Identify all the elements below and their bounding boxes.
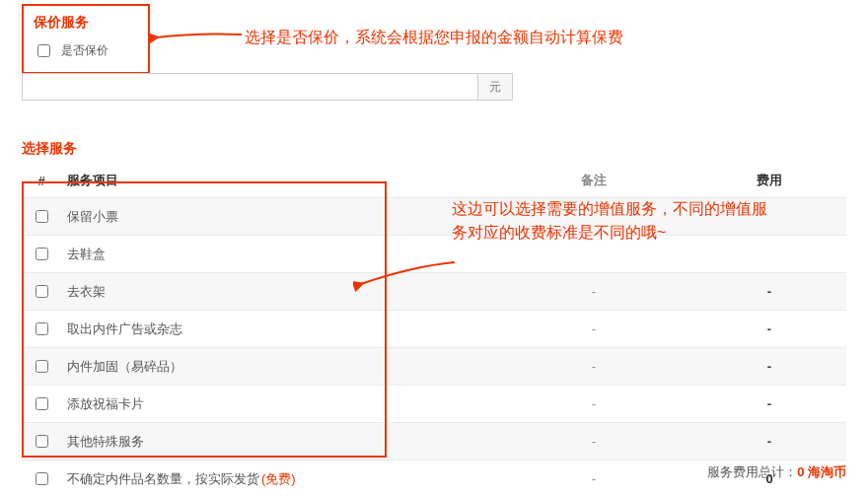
service-checkbox[interactable] (36, 322, 48, 335)
header-fee: 费用 (692, 166, 846, 198)
insure-title: 保价服务 (34, 14, 138, 32)
cell-checkbox (22, 273, 61, 311)
table-header-row: # 服务项目 备注 费用 (22, 166, 846, 198)
cell-checkbox (22, 311, 61, 348)
cell-fee: - (692, 311, 846, 348)
cell-fee: - (692, 348, 846, 386)
cell-name: 不确定内件品名数量，按实际发货(免费) (61, 461, 495, 497)
service-name: 其他特殊服务 (67, 434, 144, 449)
service-checkbox[interactable] (36, 285, 48, 298)
cell-checkbox (22, 461, 61, 497)
cell-checkbox (22, 386, 61, 423)
total-currency: 海淘币 (804, 464, 846, 479)
service-checkbox[interactable] (36, 210, 48, 223)
service-checkbox[interactable] (36, 472, 48, 485)
cell-checkbox (22, 348, 61, 386)
table-row: 其他特殊服务-- (22, 423, 846, 461)
annotation-services: 这边可以选择需要的增值服务，不同的增值服务对应的收费标准是不同的哦~ (452, 197, 767, 245)
header-note: 备注 (495, 166, 692, 198)
cell-fee: - (692, 386, 846, 423)
services-total: 服务费用总计：0 海淘币 (707, 463, 846, 481)
insure-amount-row: 元 (22, 73, 513, 101)
cell-name: 其他特殊服务 (61, 423, 495, 461)
cell-note: - (495, 461, 692, 497)
cell-fee: - (692, 273, 846, 311)
cell-name: 内件加固（易碎品） (61, 348, 495, 386)
services-title: 选择服务 (22, 140, 77, 158)
cell-checkbox (22, 198, 61, 236)
cell-name: 添放祝福卡片 (61, 386, 495, 423)
cell-note: - (495, 348, 692, 386)
cell-note: - (495, 386, 692, 423)
cell-note: - (495, 311, 692, 348)
currency-unit: 元 (477, 73, 513, 101)
free-tag: (免费) (261, 471, 296, 486)
arrow-icon (148, 28, 247, 57)
service-checkbox[interactable] (36, 360, 48, 373)
cell-name: 去衣架 (61, 273, 495, 311)
service-name: 去衣架 (67, 284, 106, 299)
cell-name: 去鞋盒 (61, 236, 495, 273)
cell-note: - (495, 423, 692, 461)
insure-amount-input[interactable] (22, 73, 477, 101)
service-name: 去鞋盒 (67, 247, 106, 261)
cell-checkbox (22, 236, 61, 273)
cell-fee: - (692, 423, 846, 461)
insure-checkbox-row: 是否保价 (34, 41, 138, 60)
annotation-insure: 选择是否保价，系统会根据您申报的金额自动计算保费 (245, 26, 623, 49)
insure-panel: 保价服务 是否保价 (22, 4, 150, 74)
service-checkbox[interactable] (36, 248, 48, 260)
table-row: 去衣架-- (22, 273, 846, 311)
cell-name: 保留小票 (61, 198, 495, 236)
service-name: 保留小票 (67, 209, 118, 224)
service-name: 添放祝福卡片 (67, 396, 144, 411)
insure-checkbox-label[interactable]: 是否保价 (61, 43, 108, 57)
service-name: 内件加固（易碎品） (67, 359, 182, 374)
header-index: # (22, 166, 61, 198)
table-row: 内件加固（易碎品）-- (22, 348, 846, 386)
table-row: 取出内件广告或杂志-- (22, 311, 846, 348)
service-name: 取出内件广告或杂志 (67, 321, 182, 336)
service-name: 不确定内件品名数量，按实际发货 (67, 471, 259, 486)
cell-checkbox (22, 423, 61, 461)
cell-note: - (495, 273, 692, 311)
insure-checkbox[interactable] (37, 44, 50, 57)
header-name: 服务项目 (61, 166, 495, 198)
total-label: 服务费用总计： (707, 464, 797, 479)
cell-name: 取出内件广告或杂志 (61, 311, 495, 348)
service-checkbox[interactable] (36, 397, 48, 410)
table-row: 添放祝福卡片-- (22, 386, 846, 423)
service-checkbox[interactable] (36, 435, 48, 448)
